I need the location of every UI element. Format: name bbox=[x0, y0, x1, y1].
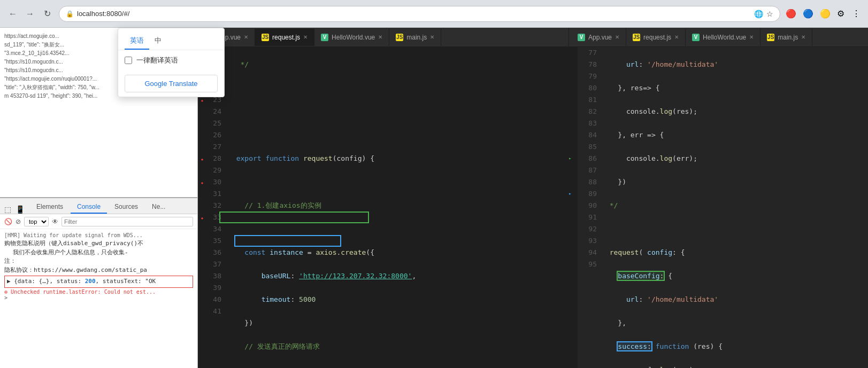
right-tab-helloworld[interactable]: V HelloWorld.vue ✕ bbox=[686, 29, 761, 46]
gutter-35 bbox=[198, 235, 206, 247]
forward-button[interactable]: → bbox=[22, 6, 37, 21]
tab-helloworld-vue[interactable]: V HelloWorld.vue ✕ bbox=[314, 29, 389, 46]
status-text: {data: {…}, status: bbox=[14, 278, 85, 285]
js-icon-main: JS bbox=[396, 34, 403, 41]
gutter-30: ⬥ bbox=[198, 176, 206, 188]
tab-network[interactable]: Ne... bbox=[145, 201, 172, 214]
tab-console[interactable]: Console bbox=[71, 201, 107, 214]
console-error: ⊗ Unchecked runtime.lastError: Could not… bbox=[4, 289, 193, 295]
gutter-32 bbox=[198, 200, 206, 212]
devtools-icon-device[interactable]: 📱 bbox=[16, 205, 25, 214]
translate-checkbox[interactable] bbox=[125, 57, 132, 64]
r-line-80: }, err => { bbox=[601, 129, 864, 141]
gutter-33: ⬥ bbox=[198, 212, 206, 223]
right-js-icon-main: JS bbox=[767, 34, 774, 41]
editor-tabs: V App.vue ✕ JS request.js ✕ V HelloWorld… bbox=[198, 28, 569, 47]
extension-icon-1[interactable]: 🔴 bbox=[785, 9, 797, 19]
translate-icon[interactable]: 🌐 bbox=[754, 10, 763, 18]
rgutter-93 bbox=[569, 235, 578, 247]
right-js-icon-request: JS bbox=[633, 34, 640, 41]
google-translate-button[interactable]: Google Translate bbox=[125, 75, 218, 92]
console-line-status[interactable]: ▶ {data: {…}, status: 200, statusText: "… bbox=[4, 276, 193, 288]
tab-main-js[interactable]: JS main.js ✕ bbox=[389, 29, 441, 46]
expand-arrow[interactable]: ▶ bbox=[7, 278, 14, 285]
browser-chrome: ← → ↻ 🔒 localhost:8080/#/ 🌐 ☆ 🔴 🔵 🟡 ⚙ ⋮ bbox=[0, 0, 868, 28]
rgutter-84 bbox=[569, 129, 578, 141]
tab-request-js[interactable]: JS request.js ✕ bbox=[255, 29, 314, 46]
console-line-4: 隐私协议：https://www.gwdang.com/static_pa bbox=[4, 266, 193, 275]
reload-button[interactable]: ↻ bbox=[40, 6, 55, 21]
translate-checkbox-label: 一律翻译英语 bbox=[136, 56, 178, 65]
rgutter-89 bbox=[569, 188, 578, 200]
gutter-29 bbox=[198, 165, 206, 176]
gutter-38 bbox=[198, 270, 206, 282]
right-tab-main-close[interactable]: ✕ bbox=[801, 34, 805, 40]
line-21 bbox=[228, 106, 560, 118]
error-icon: ⊗ bbox=[4, 289, 11, 295]
gutter-25 bbox=[198, 118, 206, 129]
star-icon[interactable]: ☆ bbox=[766, 10, 773, 18]
tab-english[interactable]: 英语 bbox=[125, 33, 149, 50]
right-tab-main-js[interactable]: JS main.js ✕ bbox=[761, 29, 812, 46]
tab-request-close[interactable]: ✕ bbox=[303, 34, 308, 40]
code-editor[interactable]: ⬥ ⬥ ⬥ ⬥ bbox=[198, 47, 569, 368]
gutter-26 bbox=[198, 129, 206, 141]
eye-icon[interactable]: 👁 bbox=[52, 218, 58, 225]
tab-sources[interactable]: Sources bbox=[108, 201, 144, 214]
console-line-1: 购物竞隐私说明（键入disable_gwd_privacy()不 bbox=[4, 239, 193, 248]
rgutter-91 bbox=[569, 212, 578, 223]
line-32 bbox=[228, 364, 560, 368]
devtools-icon-inspect[interactable]: ⬚ bbox=[4, 205, 11, 214]
right-gutter bbox=[569, 47, 578, 368]
tab-app-close[interactable]: ✕ bbox=[244, 34, 248, 40]
js-icon-request: JS bbox=[262, 34, 269, 41]
right-tab-hello-close[interactable]: ✕ bbox=[749, 34, 754, 40]
nav-buttons: ← → ↻ bbox=[5, 6, 55, 21]
menu-icon[interactable]: ⋮ bbox=[850, 9, 863, 19]
clear-console-icon[interactable]: 🚫 bbox=[4, 218, 12, 225]
url-text: localhost:8080/#/ bbox=[77, 10, 129, 18]
tab-main-close[interactable]: ✕ bbox=[430, 34, 434, 40]
right-tab-app-vue[interactable]: V App.vue ✕ bbox=[571, 29, 626, 46]
gutter-36 bbox=[198, 247, 206, 259]
console-prompt[interactable]: > bbox=[4, 295, 193, 301]
right-tab-app-close[interactable]: ✕ bbox=[615, 34, 619, 40]
console-line-3: 注： bbox=[4, 257, 193, 266]
right-tab-request-close[interactable]: ✕ bbox=[674, 34, 679, 40]
line-30: }) bbox=[228, 317, 560, 329]
r-line-87: url: '/home/multidata' bbox=[601, 294, 864, 306]
right-vue-icon-app: V bbox=[578, 34, 585, 41]
rgutter-94 bbox=[569, 247, 578, 259]
rgutter-82 bbox=[569, 106, 578, 118]
right-editor-tabs: V App.vue ✕ JS request.js ✕ V HelloWorld… bbox=[569, 28, 868, 47]
gutter-31 bbox=[198, 188, 206, 200]
stop-icon[interactable]: ⊘ bbox=[16, 218, 21, 225]
tab-elements[interactable]: Elements bbox=[30, 201, 70, 214]
context-select[interactable]: top bbox=[24, 217, 49, 226]
extension-icon-3[interactable]: 🟡 bbox=[819, 9, 832, 19]
rgutter-90 bbox=[569, 200, 578, 212]
status-200: 200 bbox=[85, 278, 96, 285]
gutter-24 bbox=[198, 106, 206, 118]
rgutter-95 bbox=[569, 259, 578, 270]
vue-icon-hello: V bbox=[321, 34, 328, 41]
right-tab-request-js[interactable]: JS request.js ✕ bbox=[626, 29, 686, 46]
back-button[interactable]: ← bbox=[5, 6, 20, 21]
extension-icon-2[interactable]: 🔵 bbox=[802, 9, 815, 19]
right-code-area: 7778798081 8283848586 8788899091 9293949… bbox=[569, 47, 868, 368]
tab-chinese[interactable]: 中 bbox=[149, 33, 167, 50]
tab-helloworld-close[interactable]: ✕ bbox=[378, 34, 382, 40]
gutter-39 bbox=[198, 282, 206, 294]
rgutter-86 bbox=[569, 153, 578, 165]
gutter-37 bbox=[198, 259, 206, 270]
translate-option: 一律翻译英语 bbox=[118, 50, 224, 71]
left-panel: https://act.mogujie.co... sd_119", "titl… bbox=[0, 28, 198, 368]
rgutter-78 bbox=[569, 59, 578, 71]
devtools-panel: ⬚ 📱 Elements Console Sources Ne... 🚫 ⊘ t… bbox=[0, 197, 197, 368]
right-panel: V App.vue ✕ JS request.js ✕ V HelloWorld… bbox=[569, 28, 868, 368]
r-line-88: }, bbox=[601, 317, 864, 329]
extension-icon-4[interactable]: ⚙ bbox=[836, 9, 846, 19]
filter-input[interactable] bbox=[62, 217, 193, 226]
address-bar[interactable]: 🔒 localhost:8080/#/ 🌐 ☆ bbox=[59, 6, 780, 22]
right-tab-request-label: request.js bbox=[643, 34, 671, 41]
